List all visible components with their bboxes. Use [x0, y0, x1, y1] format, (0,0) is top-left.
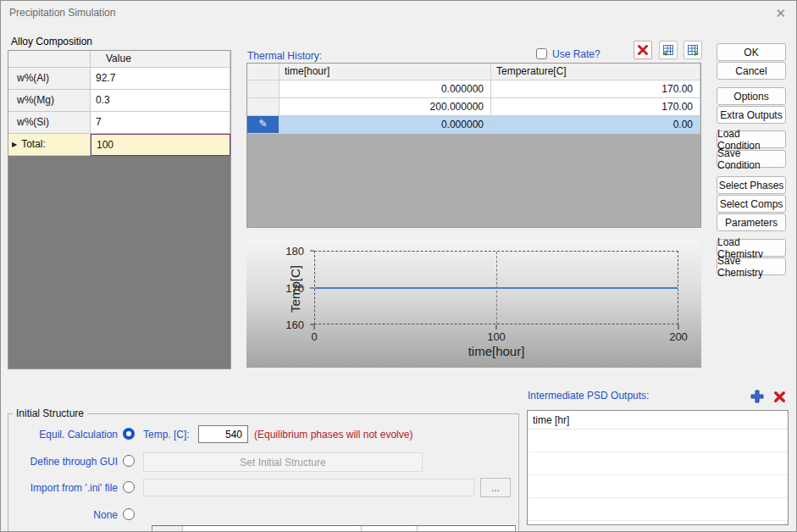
- list-item: [528, 498, 788, 521]
- x-tick-mark: [678, 324, 679, 330]
- table-row: w%(Si) 7: [8, 112, 230, 134]
- select-comps-button[interactable]: Select Comps: [717, 195, 786, 213]
- alloy-value-cell-al[interactable]: 92.7: [91, 68, 230, 90]
- parameters-button[interactable]: Parameters: [717, 213, 786, 231]
- temperature-cell[interactable]: 170.00: [491, 98, 700, 116]
- total-label: Total:: [21, 138, 46, 150]
- import-table-button[interactable]: [659, 41, 678, 59]
- alloy-row-label-si: w%(Si): [8, 112, 91, 134]
- chart-gridline: [496, 252, 497, 324]
- y-tick-labels: 180170160: [272, 251, 307, 324]
- export-table-icon: [686, 43, 700, 57]
- time-cell[interactable]: 200.000000: [280, 98, 491, 116]
- alloy-row-label-mg: w%(Mg): [8, 90, 91, 112]
- alloy-composition-label: Alloy Composition: [11, 36, 92, 47]
- browse-button[interactable]: ...: [480, 478, 511, 497]
- x-tick-label: 100: [487, 330, 506, 343]
- define-gui-label: Define through GUI: [13, 456, 118, 468]
- x-tick-label: 0: [311, 330, 317, 343]
- table-row: w%(Mg) 0.3: [8, 90, 230, 112]
- x-tick-labels: 0100200: [314, 330, 678, 344]
- current-row-marker-icon: ▶: [12, 141, 17, 148]
- list-item: [528, 429, 788, 452]
- import-ini-radio[interactable]: [123, 481, 135, 493]
- x-tickmarks: [314, 324, 678, 330]
- use-rate-checkbox[interactable]: [536, 48, 547, 59]
- alloy-header-row: Value: [8, 51, 230, 68]
- partial-gridline: [417, 526, 418, 532]
- table-row: 200.000000 170.00: [247, 98, 700, 116]
- window-title: Precipitation Simulation: [9, 7, 115, 19]
- ok-button[interactable]: OK: [717, 43, 786, 61]
- partial-row-selector: [152, 526, 183, 532]
- thermal-header-row: time[hour] Temperature[C]: [247, 64, 700, 80]
- temperature-cell[interactable]: 0.00: [491, 116, 700, 134]
- table-row-selected: ✎ 0.000000 0.00: [247, 116, 700, 134]
- psd-output-list[interactable]: time [hr]: [527, 410, 789, 525]
- y-tick-label: 180: [285, 245, 304, 258]
- thermal-history-table: time[hour] Temperature[C] 0.000000 170.0…: [246, 63, 701, 228]
- y-tick-mark: [310, 251, 314, 252]
- plus-icon: [750, 389, 765, 404]
- psd-outputs-label: Intermediate PSD Outputs:: [528, 390, 649, 402]
- temp-c-label: Temp. [C]:: [143, 429, 190, 441]
- alloy-value-cell-si[interactable]: 7: [91, 112, 230, 134]
- row-selector[interactable]: [247, 80, 280, 98]
- load-condition-button[interactable]: Load Condition: [717, 130, 786, 148]
- equil-calculation-label: Equil. Calculation: [13, 429, 118, 441]
- save-condition-button[interactable]: Save Condition: [717, 150, 786, 168]
- row-selector-edit[interactable]: ✎: [247, 116, 280, 134]
- row-selector-header: [247, 64, 280, 80]
- temp-input[interactable]: [198, 425, 248, 443]
- save-chemistry-button[interactable]: Save Chemistry: [717, 258, 786, 275]
- alloy-row-label-al: w%(Al): [8, 68, 91, 90]
- y-tick-label: 160: [285, 319, 304, 331]
- x-tick-mark: [496, 324, 497, 330]
- temperature-cell[interactable]: 170.00: [491, 80, 700, 98]
- options-button[interactable]: Options: [717, 87, 786, 105]
- close-icon[interactable]: ✕: [775, 6, 786, 21]
- add-psd-button[interactable]: [748, 387, 767, 406]
- equil-calculation-radio[interactable]: [123, 428, 135, 440]
- import-ini-label: Import from '.ini' file: [13, 482, 118, 494]
- ini-path-input: [143, 479, 474, 496]
- row-selector[interactable]: [247, 98, 280, 116]
- define-gui-radio[interactable]: [123, 455, 135, 467]
- alloy-total-row: ▶Total: 100: [8, 134, 230, 156]
- temperature-column-header: Temperature[C]: [491, 64, 700, 80]
- use-rate-label: Use Rate?: [552, 48, 601, 60]
- list-item: [528, 475, 788, 498]
- delete-row-button[interactable]: [634, 41, 652, 59]
- precipitation-simulation-dialog: Precipitation Simulation ✕ Alloy Composi…: [0, 0, 797, 532]
- equilibrium-note: (Equilibrium phases will not evolve): [254, 429, 412, 441]
- list-item: [528, 452, 788, 475]
- cancel-button[interactable]: Cancel: [717, 62, 786, 80]
- psd-list-header: time [hr]: [528, 411, 788, 429]
- time-column-header: time[hour]: [280, 64, 491, 80]
- export-table-button[interactable]: [684, 41, 702, 59]
- red-x-icon: [636, 43, 650, 57]
- total-row-header: ▶Total:: [8, 134, 91, 156]
- alloy-value-column-header: Value: [91, 51, 230, 68]
- alloy-composition-table: Value w%(Al) 92.7 w%(Mg) 0.3 w%(Si) 7 ▶T…: [8, 50, 231, 369]
- y-tick-label: 170: [285, 281, 304, 294]
- red-x-icon: [772, 390, 787, 404]
- x-tick-mark: [314, 324, 315, 330]
- time-cell[interactable]: 0.000000: [280, 80, 491, 98]
- plot-area: [314, 251, 678, 324]
- none-label: None: [13, 509, 118, 521]
- table-row: w%(Al) 92.7: [8, 68, 230, 90]
- alloy-corner-cell: [8, 51, 91, 68]
- alloy-value-cell-mg[interactable]: 0.3: [91, 90, 230, 112]
- time-cell[interactable]: 0.000000: [280, 116, 491, 134]
- x-axis-label: time[hour]: [314, 344, 678, 358]
- extra-outputs-button[interactable]: Extra Outputs: [717, 106, 786, 124]
- edit-pencil-icon: ✎: [258, 118, 267, 130]
- y-tickmarks: [310, 251, 314, 324]
- delete-psd-button[interactable]: [770, 387, 789, 406]
- x-tick-label: 200: [669, 330, 688, 343]
- total-value-cell[interactable]: 100: [91, 134, 230, 156]
- select-phases-button[interactable]: Select Phases: [717, 176, 786, 194]
- none-radio[interactable]: [123, 508, 135, 520]
- table-row: 0.000000 170.00: [247, 80, 700, 98]
